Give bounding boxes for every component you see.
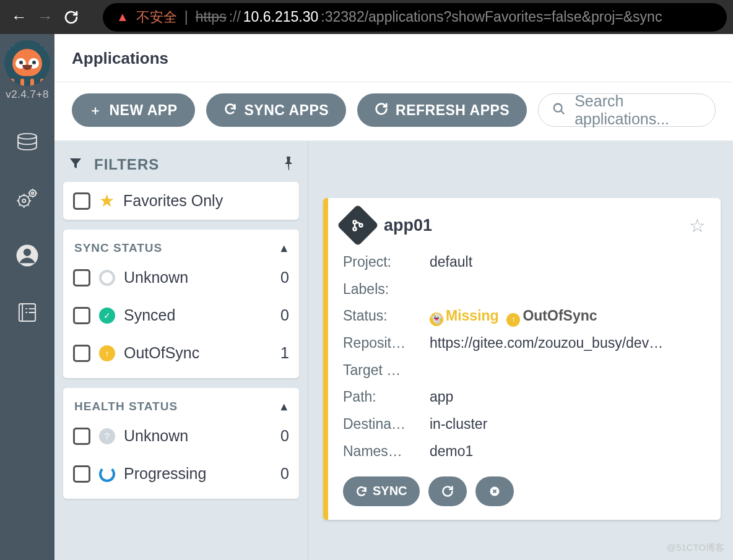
pin-icon[interactable]: [283, 157, 294, 173]
application-card[interactable]: app01 ☆ Project:default Labels: Status: …: [323, 198, 721, 520]
health-status-panel: HEALTH STATUS ▴ ? Unknown 0 Progressing …: [63, 388, 299, 499]
sidebar-applications-icon[interactable]: [11, 126, 43, 158]
filters-label: FILTERS: [94, 156, 159, 173]
sidebar-settings-icon[interactable]: [11, 183, 43, 215]
sidebar-user-icon[interactable]: [11, 239, 43, 272]
url-scheme: https: [196, 9, 227, 25]
insecure-icon: ▲: [116, 10, 129, 24]
browser-toolbar: ← → ▲ 不安全 | https://10.6.215.30:32382/ap…: [0, 0, 733, 34]
filter-sync-unknown[interactable]: Unknown 0: [73, 259, 289, 296]
url-bar[interactable]: ▲ 不安全 | https://10.6.215.30:32382/applic…: [103, 3, 727, 32]
star-icon: ★: [99, 191, 115, 211]
card-sync-button[interactable]: SYNC: [343, 476, 420, 506]
url-host: 10.6.215.30: [243, 9, 319, 25]
chevron-up-icon: ▴: [281, 399, 288, 413]
toolbar: ＋ NEW APP SYNC APPS REFRESH APPS Search …: [54, 82, 733, 141]
search-icon: [552, 101, 566, 119]
svg-point-0: [18, 134, 37, 139]
sidebar-docs-icon[interactable]: [11, 296, 43, 329]
refresh-icon: [375, 102, 388, 119]
filter-health-progressing[interactable]: Progressing 0: [73, 455, 289, 493]
checkbox[interactable]: [73, 192, 90, 210]
checkbox[interactable]: [73, 269, 90, 286]
svg-point-8: [554, 103, 562, 111]
version-label: v2.4.7+8: [4, 88, 50, 101]
svg-point-4: [32, 192, 34, 195]
back-button[interactable]: ←: [6, 4, 32, 30]
plus-icon: ＋: [89, 102, 102, 119]
search-input[interactable]: Search applications...: [538, 93, 716, 127]
checkbox[interactable]: [73, 345, 90, 362]
svg-point-9: [353, 221, 357, 224]
sync-icon: [223, 102, 237, 119]
url-path: :32382/applications?showFavorites=false&…: [321, 9, 662, 25]
page-title: Applications: [54, 34, 733, 82]
progressing-icon: [99, 466, 115, 482]
card-delete-button[interactable]: [475, 476, 514, 506]
main: Applications ＋ NEW APP SYNC APPS REFRESH…: [54, 34, 733, 560]
unknown-icon: [99, 270, 115, 286]
unknown-icon: ?: [99, 428, 115, 444]
app-sidebar: v2.4.7+8: [0, 34, 54, 560]
favorite-star-icon[interactable]: ☆: [689, 215, 706, 236]
filter-sync-synced[interactable]: ✓ Synced 0: [73, 296, 289, 334]
filter-health-unknown[interactable]: ? Unknown 0: [73, 417, 289, 455]
card-refresh-button[interactable]: [428, 476, 467, 506]
filter-sync-outofsync[interactable]: ↑ OutOfSync 1: [73, 334, 289, 372]
outofsync-icon: ↑: [99, 345, 115, 361]
checkbox[interactable]: [73, 428, 90, 445]
insecure-label: 不安全: [136, 8, 177, 27]
status-value: 👻Missing ↑OutOfSync: [430, 303, 706, 330]
forward-button[interactable]: →: [32, 4, 58, 30]
new-app-button[interactable]: ＋ NEW APP: [72, 93, 195, 127]
applications-grid: app01 ☆ Project:default Labels: Status: …: [308, 141, 733, 560]
filters-panel: FILTERS ★ Favorites Only SYNC STATUS ▴: [54, 141, 308, 560]
filter-icon: [68, 156, 83, 173]
synced-icon: ✓: [99, 308, 115, 324]
checkbox[interactable]: [73, 465, 90, 483]
svg-point-2: [22, 199, 25, 202]
health-status-header[interactable]: HEALTH STATUS ▴: [73, 394, 289, 417]
search-placeholder: Search applications...: [575, 92, 701, 128]
sync-apps-button[interactable]: SYNC APPS: [206, 93, 347, 127]
favorites-only-row[interactable]: ★ Favorites Only: [63, 182, 299, 220]
svg-point-11: [353, 228, 357, 231]
svg-point-6: [24, 249, 31, 256]
refresh-apps-button[interactable]: REFRESH APPS: [357, 93, 527, 127]
missing-icon: 👻: [430, 312, 443, 326]
watermark: @51CTO博客: [667, 542, 724, 554]
sync-status-panel: SYNC STATUS ▴ Unknown 0 ✓ Synced 0: [63, 230, 299, 378]
checkbox[interactable]: [73, 307, 90, 324]
argo-logo[interactable]: v2.4.7+8: [4, 40, 50, 101]
application-name: app01: [384, 216, 432, 235]
sync-status-header[interactable]: SYNC STATUS ▴: [73, 236, 289, 259]
chevron-up-icon: ▴: [281, 241, 288, 255]
git-icon: [337, 204, 379, 246]
reload-button[interactable]: [58, 4, 84, 30]
outofsync-icon: ↑: [506, 313, 520, 327]
